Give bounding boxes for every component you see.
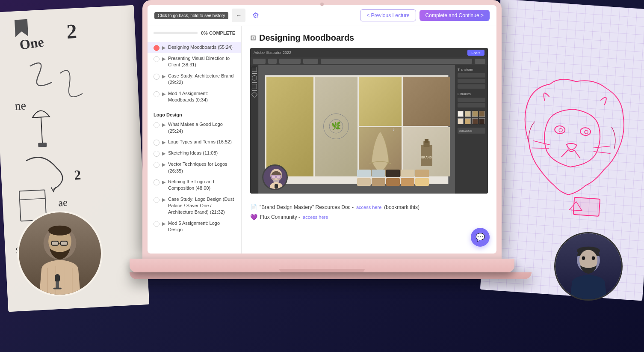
main-content: 0% COMPLETE ▶ Designing Moodboards (55:2…	[148, 26, 496, 254]
logo-item-text-2: Sketching Ideas (11:08)	[168, 150, 218, 156]
logo-play-3: ▶	[162, 162, 165, 167]
presenter-avatar-left	[17, 211, 103, 296]
progress-text: 0% COMPLETE	[201, 30, 235, 36]
svg-text:2: 2	[74, 167, 81, 183]
svg-rect-21	[56, 281, 59, 288]
resource-text-0: "Brand Design Mastery" Resources Doc -	[260, 204, 354, 210]
chat-button[interactable]: 💬	[471, 228, 490, 247]
resource-link-1[interactable]: access here	[303, 215, 328, 220]
laptop-screen: Click to go back, hold to see history ← …	[148, 5, 496, 254]
logo-item-text-5: Case Study: Logo Design (Dust Palace / S…	[168, 196, 235, 216]
top-bar-right: < Previous Lecture Complete and Continue…	[360, 9, 490, 21]
play-icon-3: ▶	[162, 91, 165, 97]
logo-item-3[interactable]: ▶ Vector Techniques for Logos (26:35)	[148, 159, 241, 176]
svg-rect-41	[425, 139, 428, 143]
svg-rect-13	[52, 241, 58, 245]
sidebar-item-3[interactable]: ▶ Mod 4 Assignment: Moodboards (0:34)	[148, 88, 241, 106]
svg-text:2: 2	[66, 20, 77, 43]
logo-play-6: ▶	[162, 221, 165, 227]
svg-rect-46	[277, 175, 281, 178]
back-button[interactable]: ←	[232, 9, 245, 22]
logo-item-0[interactable]: ▶ What Makes a Good Logo (25:24)	[148, 119, 241, 137]
resource-item-1: 💜 Flux Community - access here	[250, 212, 488, 222]
logo-item-text-1: Logo Types and Terms (16:52)	[168, 139, 232, 145]
svg-text:ne: ne	[15, 98, 27, 112]
video-area[interactable]: Adobe Illustrator 2022 Share	[250, 48, 488, 194]
logo-item-1[interactable]: ▶ Logo Types and Terms (16:52)	[148, 137, 241, 148]
presenter-avatar-right	[554, 232, 623, 301]
logo-circle-6	[154, 221, 160, 227]
sidebar-section-logo-title: Logo Design	[148, 109, 241, 119]
logo-item-text-4: Refining the Logo and Composition (48:00…	[168, 179, 235, 192]
video-player-icon: ⊡	[250, 34, 256, 42]
resource-item-0: 📄 "Brand Design Mastery" Resources Doc -…	[250, 202, 488, 212]
resource-link-0[interactable]: access here	[356, 205, 381, 210]
resource-text-1: Flux Community -	[260, 214, 300, 220]
svg-rect-48	[275, 184, 278, 189]
svg-line-6	[20, 198, 45, 200]
svg-text:ae: ae	[58, 197, 68, 209]
course-ui: Click to go back, hold to see history ← …	[148, 5, 496, 254]
lecture-title: ⊡ Designing Moodboards	[250, 33, 488, 43]
back-tooltip: Click to go back, hold to see history	[154, 12, 228, 19]
laptop: Click to go back, hold to see history ← …	[130, 0, 514, 279]
sidebar-circle-3	[154, 91, 160, 97]
logo-circle-2	[154, 151, 160, 157]
logo-play-1: ▶	[162, 140, 165, 145]
settings-icon[interactable]: ⚙	[249, 9, 263, 22]
svg-rect-3	[38, 143, 47, 147]
laptop-screen-bezel: Click to go back, hold to see history ← …	[142, 0, 502, 259]
resources-area: 📄 "Brand Design Mastery" Resources Doc -…	[250, 200, 488, 224]
logo-play-2: ▶	[162, 151, 165, 156]
play-icon-1: ▶	[162, 56, 165, 62]
progress-area: 0% COMPLETE	[148, 26, 241, 40]
sidebar-item-text-3: Mod 4 Assignment: Moodboards (0:34)	[168, 90, 235, 104]
complete-continue-button[interactable]: Complete and Continue >	[419, 10, 490, 21]
sidebar-item-text-0: Designing Moodboards (55:24)	[168, 44, 233, 51]
svg-line-27	[533, 141, 550, 145]
svg-point-24	[580, 127, 591, 136]
svg-line-29	[593, 145, 610, 149]
document-icon: 📄	[250, 204, 257, 210]
logo-play-0: ▶	[162, 122, 165, 128]
laptop-base	[130, 259, 514, 272]
sidebar-item-2[interactable]: ▶ Case Study: Architecture Brand (29:22)	[148, 71, 241, 88]
svg-point-36	[592, 256, 595, 260]
progress-bar-bg	[154, 32, 198, 34]
svg-point-35	[582, 256, 585, 260]
laptop-base-bottom	[130, 272, 532, 279]
logo-item-4[interactable]: ▶ Refining the Logo and Composition (48:…	[148, 176, 241, 194]
prev-lecture-button[interactable]: < Previous Lecture	[360, 9, 416, 21]
svg-rect-45	[272, 175, 275, 178]
logo-item-2[interactable]: ▶ Sketching Ideas (11:08)	[148, 148, 241, 159]
sidebar-section-moodboards: ▶ Designing Moodboards (55:24) ▶ Present…	[148, 40, 241, 107]
sidebar-item-0[interactable]: ▶ Designing Moodboards (55:24)	[148, 42, 241, 53]
sidebar-item-text-1: Presenting Visual Direction to Client (3…	[168, 55, 235, 69]
logo-circle-1	[154, 140, 160, 146]
sidebar-circle-2	[154, 74, 160, 80]
logo-item-6[interactable]: ▶ Mod 5 Assignment: Logo Design	[148, 218, 241, 236]
top-bar: Click to go back, hold to see history ← …	[148, 5, 496, 26]
logo-item-text-6: Mod 5 Assignment: Logo Design	[168, 220, 235, 233]
svg-rect-31	[573, 197, 600, 216]
content-area: ⊡ Designing Moodboards Adobe Illustrator…	[242, 26, 496, 254]
svg-line-28	[532, 147, 549, 149]
logo-circle-5	[154, 197, 160, 203]
logo-item-5[interactable]: ▶ Case Study: Logo Design (Dust Palace /…	[148, 194, 241, 218]
svg-rect-22	[53, 288, 62, 289]
sidebar-circle-0	[154, 45, 160, 51]
svg-rect-14	[61, 241, 67, 245]
svg-text:🌿: 🌿	[331, 121, 341, 131]
svg-point-12	[48, 226, 71, 236]
chat-icon: 💬	[476, 233, 485, 242]
sidebar-section-logo: Logo Design ▶ What Makes a Good Logo (25…	[148, 107, 241, 237]
play-icon-0: ▶	[162, 45, 165, 51]
svg-point-25	[559, 128, 563, 132]
svg-point-23	[555, 125, 565, 134]
svg-text:BRAND: BRAND	[421, 155, 431, 159]
logo-item-text-0: What Makes a Good Logo (25:24)	[168, 121, 235, 134]
sidebar-item-1[interactable]: ▶ Presenting Visual Direction to Client …	[148, 53, 241, 71]
svg-text:One: One	[19, 34, 45, 53]
logo-play-5: ▶	[162, 197, 165, 203]
resource-suffix-0: (bookmark this)	[384, 204, 419, 210]
